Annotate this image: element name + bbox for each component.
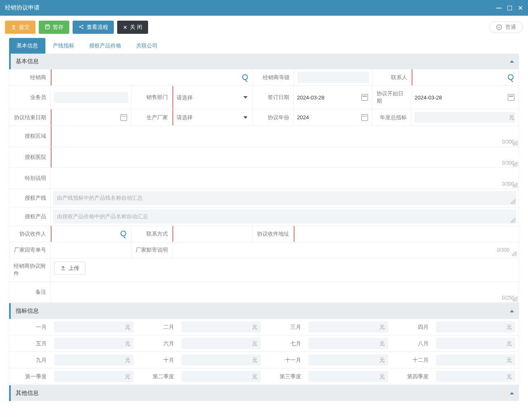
- calendar-icon[interactable]: [120, 114, 127, 121]
- month-6-input[interactable]: 元: [178, 335, 264, 352]
- search-icon[interactable]: [242, 74, 249, 81]
- toolbar: 提交 暂存 查看流程 ✕ 关 闭 普通: [0, 16, 528, 38]
- char-counter: 0/300: [497, 247, 509, 253]
- label-dealer-level: 经销商等级: [253, 69, 294, 85]
- submit-button[interactable]: 提交: [5, 21, 35, 34]
- agree-end-input[interactable]: [52, 109, 131, 125]
- resize-grip-icon[interactable]: [513, 183, 518, 188]
- calendar-icon[interactable]: [361, 94, 368, 101]
- month-3-input[interactable]: 元: [305, 319, 391, 335]
- label-return-no: 厂家回寄单号: [9, 242, 51, 258]
- resize-grip-icon[interactable]: [513, 162, 518, 167]
- label-month-4: 四月: [391, 319, 433, 335]
- month-5-input[interactable]: 元: [51, 335, 137, 352]
- remark-textarea[interactable]: 0/250: [51, 282, 519, 302]
- priority-selector[interactable]: 普通: [489, 21, 523, 33]
- resize-grip-icon[interactable]: [512, 251, 517, 256]
- month-4-input[interactable]: 元: [433, 319, 519, 335]
- window-controls: — ✕: [496, 4, 523, 12]
- tab-related-company[interactable]: 关联公司: [129, 38, 165, 54]
- label-agree-year: 协议年份: [252, 109, 294, 125]
- month-12-input[interactable]: 元: [433, 352, 519, 368]
- sign-date-input[interactable]: [294, 86, 372, 109]
- unit-label: 元: [509, 114, 514, 121]
- minimize-icon[interactable]: —: [496, 5, 502, 11]
- label-dealer: 经销商: [9, 69, 51, 85]
- tab-basic[interactable]: 基本信息: [9, 38, 45, 54]
- contact-way-input[interactable]: [173, 226, 252, 242]
- return-no-input[interactable]: [51, 242, 131, 258]
- label-month-3: 三月: [264, 319, 305, 335]
- label-auth-product: 授权产品: [9, 208, 51, 226]
- resize-grip-icon[interactable]: [513, 297, 518, 302]
- label-annual-total: 年度总指标: [372, 109, 411, 125]
- collapse-metric-icon[interactable]: [510, 310, 514, 312]
- contact-input[interactable]: [412, 69, 519, 85]
- label-contact: 联系人: [372, 69, 412, 85]
- month-11-input[interactable]: 元: [305, 352, 391, 368]
- search-icon[interactable]: [508, 74, 514, 81]
- chevron-down-icon: [243, 96, 248, 99]
- collapse-basic-icon[interactable]: [510, 60, 514, 63]
- calendar-icon[interactable]: [361, 114, 368, 121]
- search-icon[interactable]: [120, 231, 127, 237]
- month-2-input[interactable]: 元: [178, 319, 264, 335]
- dealer-input[interactable]: [52, 69, 253, 85]
- panel-basic: 经销商 经销商等级 联系人 业务员 销售部门: [9, 69, 519, 303]
- upload-icon: [60, 265, 66, 272]
- sales-dept-select[interactable]: [173, 86, 252, 109]
- mail-note-input[interactable]: 0/300: [172, 242, 519, 258]
- label-month-11: 十一月: [264, 352, 305, 368]
- view-flow-button[interactable]: 查看流程: [73, 21, 114, 34]
- q2-input[interactable]: 元: [178, 368, 264, 385]
- save-button[interactable]: 暂存: [39, 21, 69, 34]
- label-attachment: 经销商协议附件: [9, 258, 51, 281]
- close-icon[interactable]: ✕: [518, 4, 523, 12]
- manufacturer-select[interactable]: [173, 109, 252, 125]
- month-8-input[interactable]: 元: [433, 335, 519, 352]
- label-agree-end: 协议结束日期: [9, 109, 51, 125]
- tabbar: 基本信息 产线指标 授权产品价格 关联公司: [9, 38, 519, 54]
- calendar-icon[interactable]: [508, 94, 514, 101]
- label-month-8: 八月: [391, 336, 433, 352]
- priority-icon: [496, 24, 502, 30]
- annual-total-input: 元: [411, 109, 519, 125]
- maximize-icon[interactable]: [507, 6, 512, 10]
- svg-rect-0: [45, 25, 49, 28]
- special-note-textarea[interactable]: 0/300: [51, 168, 519, 189]
- resize-grip-icon: [511, 199, 516, 204]
- section-header-basic: 基本信息: [9, 54, 519, 69]
- agree-start-input[interactable]: [411, 86, 519, 109]
- month-9-input[interactable]: 元: [51, 352, 137, 368]
- titlebar: 经销协议申请 — ✕: [0, 0, 528, 16]
- upload-button[interactable]: 上传: [54, 262, 85, 275]
- x-icon: ✕: [123, 24, 127, 31]
- month-7-input[interactable]: 元: [305, 335, 391, 352]
- month-1-input[interactable]: 元: [51, 319, 137, 335]
- recv-address-input[interactable]: [295, 226, 519, 242]
- section-header-metric: 指标信息: [9, 303, 519, 319]
- tab-auth-prices[interactable]: 授权产品价格: [82, 38, 129, 54]
- share-icon: [78, 24, 84, 31]
- resize-grip-icon[interactable]: [513, 141, 518, 146]
- label-month-2: 二月: [137, 319, 178, 335]
- close-button[interactable]: ✕ 关 闭: [117, 21, 148, 34]
- auth-region-textarea[interactable]: 0/300: [52, 126, 519, 146]
- q4-input[interactable]: 元: [433, 368, 519, 385]
- label-auth-hospital: 授权医院: [9, 147, 51, 168]
- label-mail-note: 厂家邮寄说明: [131, 242, 172, 258]
- month-10-input[interactable]: 元: [178, 352, 264, 368]
- collapse-other-icon[interactable]: [510, 392, 514, 394]
- tab-line-metrics[interactable]: 产线指标: [45, 38, 82, 54]
- label-sign-date: 签订日期: [252, 86, 294, 109]
- auth-hospital-textarea[interactable]: 0/300: [52, 147, 519, 168]
- label-month-10: 十月: [137, 352, 178, 368]
- chevron-down-icon: [243, 116, 248, 119]
- resize-grip-icon: [511, 218, 516, 223]
- q3-input[interactable]: 元: [305, 368, 391, 385]
- recipient-input[interactable]: [52, 226, 131, 242]
- agree-year-input[interactable]: [294, 109, 372, 125]
- q1-input[interactable]: 元: [51, 368, 137, 385]
- label-auth-line: 授权产线: [9, 189, 51, 207]
- label-month-1: 一月: [9, 319, 51, 335]
